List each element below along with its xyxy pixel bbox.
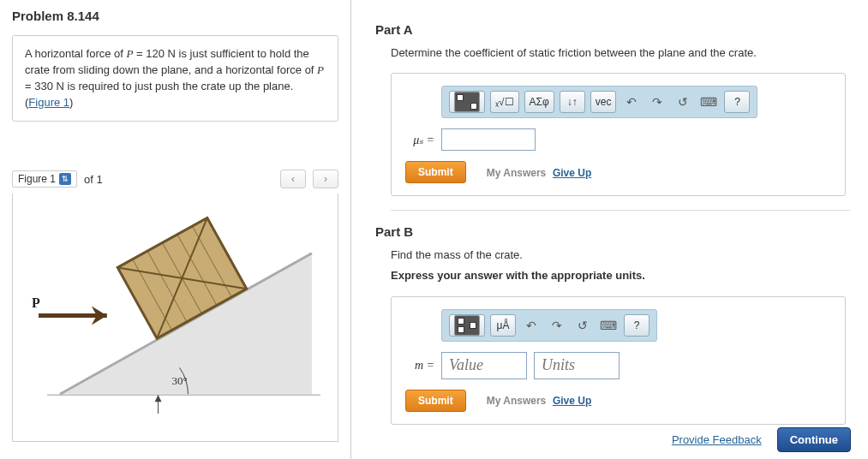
templates-icon: [454, 92, 480, 112]
part-a-submit-button[interactable]: Submit: [405, 161, 466, 183]
units-button[interactable]: μÅ: [490, 314, 516, 337]
figure-next-button[interactable]: ›: [313, 170, 338, 188]
part-a-answer-box: ᵪ√☐ ΑΣφ ↓↑ vec ↶ ↷ ↺ ⌨ ? μₛ = Submit My …: [391, 73, 846, 196]
part-b-prompt2: Express your answer with the appropriate…: [391, 268, 851, 283]
figure-of-text: of 1: [84, 173, 103, 186]
root-button[interactable]: ᵪ√☐: [490, 91, 519, 113]
spinner-icon: ⇅: [59, 173, 71, 185]
part-b-give-up[interactable]: Give Up: [553, 395, 591, 407]
provide-feedback-link[interactable]: Provide Feedback: [672, 433, 762, 446]
figure-image: 30°: [12, 194, 338, 442]
part-a-toolbar: ᵪ√☐ ΑΣφ ↓↑ vec ↶ ↷ ↺ ⌨ ?: [441, 86, 757, 118]
figure-link[interactable]: Figure 1: [28, 96, 69, 109]
val-p2: = 330 N: [25, 80, 64, 92]
figure-label-text: Figure 1: [18, 173, 56, 185]
problem-title: Problem 8.144: [12, 9, 338, 23]
val-p1: = 120 N: [133, 47, 176, 60]
part-b-prompt: Find the mass of the crate.: [391, 247, 851, 263]
part-a-give-up[interactable]: Give Up: [553, 167, 591, 179]
m-value-input[interactable]: [441, 352, 527, 379]
undo-icon[interactable]: ↶: [521, 315, 542, 336]
svg-text:30°: 30°: [172, 375, 188, 388]
reset-icon[interactable]: ↺: [673, 92, 693, 112]
undo-icon[interactable]: ↶: [621, 92, 642, 112]
text: ): [69, 96, 73, 109]
part-b-my-answers[interactable]: My Answers: [487, 395, 547, 407]
part-b-title: Part B: [375, 224, 851, 239]
svg-marker-4: [155, 396, 162, 402]
separator: [391, 210, 851, 211]
help-button[interactable]: ?: [724, 91, 750, 113]
svg-text:P: P: [32, 295, 40, 310]
greek-button[interactable]: ΑΣφ: [524, 91, 554, 113]
reset-icon[interactable]: ↺: [572, 315, 593, 336]
keyboard-icon[interactable]: ⌨: [598, 315, 619, 336]
part-b-answer-box: μÅ ↶ ↷ ↺ ⌨ ? m = Submit My Answers Give …: [391, 296, 846, 425]
problem-statement: A horizontal force of P = 120 N is just …: [12, 35, 338, 122]
mu-s-input[interactable]: [441, 128, 536, 151]
templates-icon: [454, 315, 480, 336]
part-a-title: Part A: [375, 22, 851, 37]
templates-button[interactable]: [449, 314, 485, 337]
templates-button[interactable]: [449, 91, 485, 113]
m-label: m =: [405, 359, 434, 373]
help-button[interactable]: ?: [624, 314, 650, 337]
keyboard-icon[interactable]: ⌨: [698, 92, 719, 112]
part-b-submit-button[interactable]: Submit: [405, 390, 466, 412]
vec-button[interactable]: vec: [590, 91, 617, 113]
var-p2: P: [317, 63, 324, 76]
continue-button[interactable]: Continue: [777, 427, 851, 452]
mu-s-label: μₛ =: [405, 133, 434, 147]
figure-selector[interactable]: Figure 1 ⇅: [12, 170, 77, 188]
part-a-prompt: Determine the coefficient of static fric…: [391, 45, 851, 61]
part-a-my-answers[interactable]: My Answers: [487, 167, 547, 179]
redo-icon[interactable]: ↷: [547, 315, 567, 336]
m-units-input[interactable]: [534, 352, 620, 379]
text: A horizontal force of: [25, 47, 127, 60]
redo-icon[interactable]: ↷: [647, 92, 667, 112]
part-b-toolbar: μÅ ↶ ↷ ↺ ⌨ ?: [441, 309, 657, 342]
subscript-button[interactable]: ↓↑: [560, 91, 585, 113]
figure-prev-button[interactable]: ‹: [280, 170, 306, 188]
